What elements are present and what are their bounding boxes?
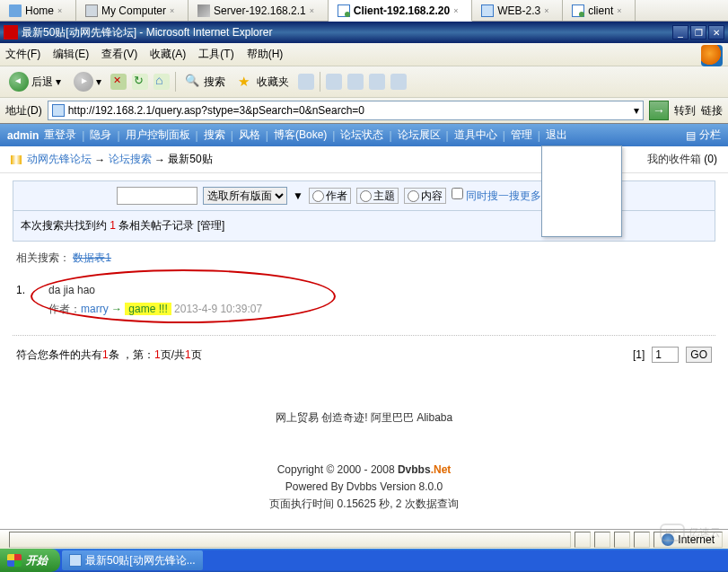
address-input-wrap: ▾ — [48, 101, 644, 120]
select-arrow-icon[interactable]: ▼ — [293, 189, 303, 202]
dropdown-icon[interactable]: ▾ — [634, 104, 639, 117]
home-icon — [9, 4, 22, 17]
menu-edit[interactable]: 编辑(E) — [53, 47, 89, 62]
result-count: 1 — [110, 219, 116, 232]
menu-favorites[interactable]: 收藏(A) — [150, 47, 186, 62]
client-icon — [338, 4, 350, 17]
computer-icon — [85, 4, 98, 17]
ad-text[interactable]: 网上贸易 创造奇迹! 阿里巴巴 Alibaba — [13, 409, 715, 427]
menu-view[interactable]: 查看(V) — [101, 47, 137, 62]
highlight-box: game !!! — [125, 303, 171, 315]
inbox-count: (0) — [704, 153, 717, 165]
forum-nav: admin 重登录| 隐身| 用户控制面板| 搜索| 风格| 博客(Boke)|… — [0, 124, 728, 146]
client-icon — [572, 4, 584, 17]
tab-web[interactable]: WEB-2.3× — [472, 0, 563, 21]
result-item: 1. da jia hao 作者：marry → game !!! 2013-4… — [13, 275, 715, 336]
close-icon[interactable]: × — [617, 6, 626, 15]
server-icon — [197, 4, 210, 17]
related-link[interactable]: 数据表1 — [73, 251, 111, 264]
stop-icon[interactable] — [110, 74, 127, 90]
tab-client2[interactable]: client× — [563, 0, 636, 21]
go-button[interactable]: → — [649, 101, 669, 120]
menu-file[interactable]: 文件(F) — [5, 47, 40, 62]
nav-column[interactable]: 分栏 — [699, 128, 721, 143]
close-icon[interactable]: × — [310, 6, 319, 15]
result-index: 1. — [16, 284, 31, 317]
bc-page: 最新50贴 — [168, 152, 212, 167]
tab-client-active[interactable]: Client-192.168.2.20× — [329, 0, 472, 22]
close-button[interactable]: ✕ — [708, 25, 724, 40]
current-user: admin — [7, 129, 39, 142]
menubar: 文件(F) 编辑(E) 查看(V) 收藏(A) 工具(T) 帮助(H) — [0, 43, 728, 66]
nav-usercp[interactable]: 用户控制面板 — [126, 128, 190, 143]
inbox-link[interactable]: 我的收件箱 — [647, 153, 701, 165]
nav-search[interactable]: 搜索 — [204, 128, 225, 143]
menu-help[interactable]: 帮助(H) — [247, 47, 284, 62]
address-label: 地址(D) — [5, 103, 42, 119]
back-icon — [9, 72, 29, 92]
edit-icon[interactable] — [369, 74, 385, 90]
forward-icon — [74, 72, 93, 92]
bc-site[interactable]: 动网先锋论坛 — [27, 152, 92, 167]
pager: 符合您条件的共有1条 ，第：1 页/共 1 页 [1] GO — [13, 336, 715, 374]
separator — [175, 72, 176, 92]
links-label[interactable]: 链接 — [701, 103, 723, 119]
close-icon[interactable]: × — [170, 6, 179, 15]
nav-invisible[interactable]: 隐身 — [90, 128, 111, 143]
bc-section[interactable]: 论坛搜索 — [109, 152, 152, 167]
messenger-icon[interactable] — [390, 74, 407, 90]
nav-items[interactable]: 道具中心 — [454, 128, 497, 143]
result-author[interactable]: marry — [81, 303, 109, 315]
board-select[interactable]: 选取所有版面 — [203, 187, 287, 205]
back-button[interactable]: 后退 ▾ — [5, 70, 65, 93]
home-icon[interactable] — [153, 74, 170, 90]
page-footer: 网上贸易 创造奇迹! 阿里巴巴 Alibaba Copyright © 2000… — [13, 374, 715, 522]
minimize-button[interactable]: _ — [672, 25, 689, 40]
dd-view-events[interactable]: 查看事件 — [542, 169, 621, 191]
url-input[interactable] — [68, 104, 630, 117]
window-title: 最新50贴[动网先锋论坛] - Microsoft Internet Explo… — [22, 25, 272, 40]
nav-showcase[interactable]: 论坛展区 — [398, 128, 441, 143]
ie-logo-icon — [701, 45, 723, 66]
history-icon[interactable] — [298, 74, 314, 90]
close-icon[interactable]: × — [544, 6, 553, 15]
column-icon: ▤ — [686, 129, 696, 142]
dd-recycle[interactable]: 回收站 — [542, 214, 621, 236]
forward-button[interactable]: ▾ — [70, 70, 105, 93]
page-go-button[interactable]: GO — [686, 347, 712, 363]
tab-server[interactable]: Server-192.168.2.1× — [189, 0, 329, 21]
tab-home[interactable]: Home× — [0, 0, 76, 21]
nav-relogin[interactable]: 重登录 — [44, 128, 76, 143]
nav-admin[interactable]: 管理 — [511, 128, 532, 143]
star-icon — [238, 74, 254, 90]
address-bar: 地址(D) ▾ → 转到 链接 — [0, 98, 728, 124]
dd-user-reg[interactable]: 用户注册管理 — [542, 146, 621, 169]
radio-subject[interactable]: 主题 — [356, 188, 399, 204]
nav-logout[interactable]: 退出 — [546, 128, 567, 143]
window-titlebar: 最新50贴[动网先锋论坛] - Microsoft Internet Explo… — [0, 22, 728, 43]
mail-icon[interactable] — [326, 74, 342, 90]
radio-content[interactable]: 内容 — [404, 188, 446, 204]
app-tabs: Home× My Computer× Server-192.168.2.1× C… — [0, 0, 728, 22]
nav-blog[interactable]: 博客(Boke) — [274, 128, 327, 143]
refresh-icon[interactable] — [132, 74, 148, 90]
menu-tools[interactable]: 工具(T) — [198, 47, 233, 62]
close-icon[interactable]: × — [453, 6, 462, 15]
cloud-icon — [660, 524, 685, 529]
search-input[interactable] — [117, 187, 197, 205]
go-label: 转到 — [674, 103, 696, 119]
restore-button[interactable]: ❐ — [690, 25, 706, 40]
search-button[interactable]: 搜索 — [181, 72, 229, 92]
page-input[interactable] — [652, 347, 679, 363]
nav-status[interactable]: 论坛状态 — [340, 128, 383, 143]
print-icon[interactable] — [347, 74, 364, 90]
nav-style[interactable]: 风格 — [239, 128, 260, 143]
page-range[interactable]: [1] — [633, 348, 645, 361]
dd-audit[interactable]: 审核管理 — [542, 191, 621, 214]
result-title[interactable]: da jia hao — [48, 284, 262, 296]
admin-dropdown: 用户注册管理 查看事件 审核管理 回收站 — [541, 145, 622, 237]
radio-author[interactable]: 作者 — [309, 188, 351, 204]
close-icon[interactable]: × — [57, 6, 66, 15]
tab-my-computer[interactable]: My Computer× — [76, 0, 189, 21]
favorites-button[interactable]: 收藏夹 — [234, 72, 293, 92]
